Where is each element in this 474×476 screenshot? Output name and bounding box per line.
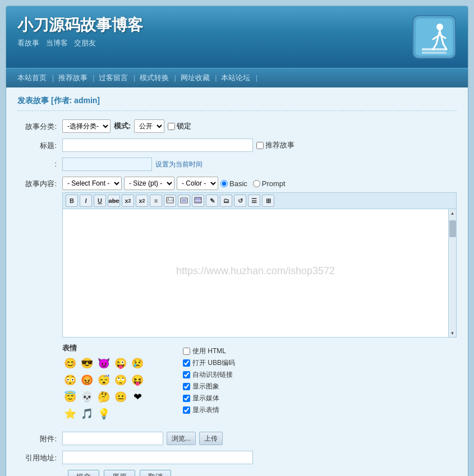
editor-mode-radio-group: Basic Prompt [220, 179, 286, 188]
align-button[interactable]: ≡ [150, 195, 162, 207]
datetime-input[interactable]: 2014-07-11 11:13:00 [62, 158, 152, 171]
upload-button[interactable]: 上传 [199, 432, 223, 445]
nav-item-recommend[interactable]: 推荐故事 [58, 73, 88, 82]
emoji-10[interactable]: 😝 [130, 372, 145, 388]
editor-wrapper: - Select Font - 宋体 黑体 楷体 Arial - Size (p… [62, 177, 457, 338]
edit-button[interactable]: ✎ [206, 195, 218, 207]
bold-button[interactable]: B [66, 195, 78, 207]
set-current-time-link[interactable]: 设置为当前时间 [155, 160, 203, 169]
emoji-5[interactable]: 😢 [130, 355, 145, 371]
strikethrough-button[interactable]: abc [108, 195, 120, 207]
category-row: 故事分类: -选择分类- 模式: 公开 私密 草稿 锁定 [17, 119, 457, 133]
title-input[interactable] [62, 138, 253, 152]
nav-item-guestbook[interactable]: 过客留言 [99, 73, 128, 82]
option-image-checkbox[interactable] [183, 383, 190, 390]
editor-scrollbar[interactable]: ▲ ▼ [449, 209, 457, 338]
emoji-4[interactable]: 😜 [113, 355, 128, 371]
grid-button[interactable]: ⊞ [262, 195, 274, 207]
site-logo [412, 15, 457, 59]
category-label: 故事分类: [17, 119, 62, 132]
image2-button[interactable] [178, 195, 190, 207]
mode-select[interactable]: 公开 私密 草稿 [134, 119, 164, 133]
basic-radio[interactable] [220, 180, 228, 187]
image3-button[interactable] [192, 195, 204, 207]
submit-row: 提交 厦原 取消 [17, 470, 457, 476]
emoji-8[interactable]: 😴 [96, 372, 112, 388]
superscript-button[interactable]: x2 [122, 195, 134, 207]
nav-item-forum[interactable]: 本站论坛 [221, 73, 250, 82]
datetime-label: : [17, 158, 62, 168]
option-ubb: 打开 UBB编码 [183, 358, 235, 368]
option-autolink: 自动识别链接 [183, 370, 235, 380]
browse-button[interactable]: 浏览... [167, 432, 196, 445]
content-label: 故事内容: [17, 177, 62, 189]
title-row: 标题: 推荐故事 [17, 138, 457, 152]
quote-label: 引用地址: [17, 451, 62, 463]
emoji-6[interactable]: 😳 [62, 372, 78, 388]
submit-button[interactable]: 提交 [68, 470, 99, 476]
subscript-button[interactable]: x2 [136, 195, 148, 207]
color-select[interactable]: - Color - Red Blue Green Black [177, 177, 218, 190]
svg-rect-14 [182, 199, 186, 202]
folder-button[interactable]: 🗂 [220, 195, 232, 207]
cancel-button[interactable]: 取消 [140, 470, 171, 476]
svg-rect-10 [422, 52, 447, 54]
underline-button[interactable]: U [94, 195, 106, 207]
emoji-12[interactable]: 💀 [79, 389, 95, 405]
editor-section: 故事内容: - Select Font - 宋体 黑体 楷体 Arial - S… [17, 177, 457, 338]
emoji-7[interactable]: 😡 [79, 372, 95, 388]
recommend-label[interactable]: 推荐故事 [256, 140, 294, 150]
emoji-13[interactable]: 🤔 [96, 389, 112, 405]
prompt-radio[interactable] [253, 180, 260, 187]
option-media-checkbox[interactable] [183, 395, 190, 402]
quote-row: 引用地址: [17, 451, 457, 464]
content-area: 发表故事 [作者: admin] 故事分类: -选择分类- 模式: 公开 私密 … [6, 87, 468, 476]
list-button[interactable]: ☰ [248, 195, 260, 207]
emoji-9[interactable]: 🙄 [113, 372, 128, 388]
attachment-input[interactable] [62, 432, 163, 445]
attachment-label: 附件: [17, 432, 62, 444]
scroll-down-arrow[interactable]: ▼ [449, 329, 457, 337]
undo-button[interactable]: ↺ [234, 195, 246, 207]
quote-input[interactable] [62, 451, 253, 464]
nav-item-home[interactable]: 本站首页 [17, 73, 47, 82]
lock-checkbox-label[interactable]: 锁定 [168, 121, 191, 131]
emoji-16[interactable]: ⭐ [62, 406, 78, 422]
reset-button[interactable]: 厦原 [104, 470, 135, 476]
editor-watermark: https://www.huzhan.com/ishop3572 [68, 265, 443, 277]
italic-button[interactable]: I [80, 195, 92, 207]
image1-button[interactable] [164, 195, 176, 207]
emoji-17[interactable]: 🎵 [79, 406, 95, 422]
lock-checkbox[interactable] [168, 123, 175, 130]
emoji-3[interactable]: 😈 [96, 355, 112, 371]
site-title: 小刀源码故事博客 [17, 15, 457, 36]
editor-content-area[interactable]: https://www.huzhan.com/ishop3572 [62, 209, 449, 338]
emoji-15[interactable]: ❤ [130, 389, 145, 405]
navigation: 本站首页 | 推荐故事 | 过客留言 | 模式转换 | 网址收藏 | 本站论坛 … [6, 68, 468, 87]
emoji-2[interactable]: 😎 [79, 355, 95, 371]
scroll-up-arrow[interactable]: ▲ [449, 209, 457, 217]
size-select[interactable]: - Size (pt) - 8 10 12 14 16 18 24 [124, 177, 174, 190]
category-select[interactable]: -选择分类- [62, 119, 111, 133]
emoji-label: 表情 [62, 343, 172, 353]
option-ubb-checkbox[interactable] [183, 359, 190, 367]
emoji-18[interactable]: 💡 [96, 406, 112, 422]
scrollbar-thumb[interactable] [449, 220, 456, 237]
emoji-panel: 表情 😊 😎 😈 😜 😢 😳 😡 😴 🙄 😝 [62, 343, 172, 426]
site-subtitle: 看故事 当博客 交朋友 [17, 38, 457, 48]
option-autolink-checkbox[interactable] [183, 371, 190, 378]
emoji-1[interactable]: 😊 [62, 355, 78, 371]
option-image: 显示图象 [183, 382, 235, 391]
option-emoji-checkbox[interactable] [183, 406, 190, 414]
emoji-14[interactable]: 😐 [113, 389, 128, 405]
emoji-11[interactable]: 😇 [62, 389, 78, 405]
recommend-checkbox[interactable] [256, 142, 264, 149]
option-html-checkbox[interactable] [183, 348, 190, 355]
basic-radio-label[interactable]: Basic [220, 179, 247, 188]
editor-toolbar-top: - Select Font - 宋体 黑体 楷体 Arial - Size (p… [62, 177, 457, 190]
font-select[interactable]: - Select Font - 宋体 黑体 楷体 Arial [62, 177, 122, 190]
nav-item-collection[interactable]: 网址收藏 [181, 73, 210, 82]
option-html: 使用 HTML [183, 346, 235, 356]
nav-item-mode[interactable]: 模式转换 [140, 73, 169, 82]
prompt-radio-label[interactable]: Prompt [253, 179, 286, 188]
